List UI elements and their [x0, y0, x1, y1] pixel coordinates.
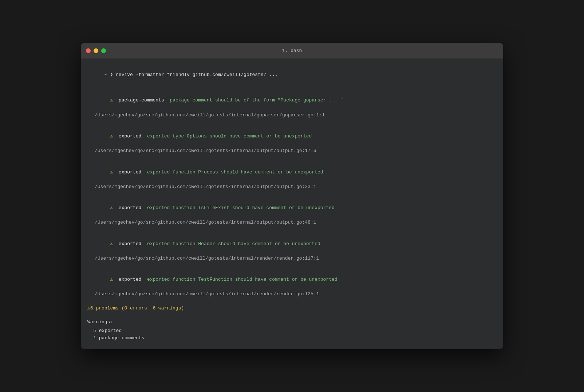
warn-icon-5: ⚠ — [110, 241, 118, 247]
command-text: revive -formatter friendly github.com/cw… — [116, 72, 278, 77]
warning-block-6: ⚠ exported exported function TestFunctio… — [87, 269, 497, 298]
warn-path-5: /Users/mgechev/go/src/github.com/cweill/… — [87, 255, 497, 262]
warn-path-3: /Users/mgechev/go/src/github.com/cweill/… — [87, 183, 497, 191]
warn-message-2: exported type Options should have commen… — [147, 133, 312, 139]
summary-line: ⚠6 problems (0 errors, 6 warnings) — [87, 305, 497, 312]
warn-line-4: ⚠ exported exported function IsFileExist… — [87, 197, 497, 219]
warn-line-1: ⚠ package-comments package comment shoul… — [87, 89, 497, 111]
close-button[interactable] — [86, 48, 91, 53]
warn-item-label-2: package-comments — [99, 335, 145, 342]
warning-block-2: ⚠ exported exported type Options should … — [87, 125, 497, 155]
terminal-window: 1. bash ~ ❯ revive -formatter friendly g… — [81, 43, 503, 349]
warn-label-4: exported — [119, 205, 147, 211]
warn-label-2: exported — [119, 133, 147, 139]
prompt-arrow: ❯ — [110, 72, 116, 77]
summary-count-text: 6 problems (0 errors, 6 warnings) — [90, 305, 184, 311]
warn-item-label-1: exported — [99, 327, 122, 335]
warn-line-3: ⚠ exported exported function Process sho… — [87, 161, 497, 183]
warn-line-5: ⚠ exported exported function Header shou… — [87, 233, 497, 255]
warning-block-4: ⚠ exported exported function IsFileExist… — [87, 197, 497, 227]
warn-message-5: exported function Header should have com… — [147, 241, 320, 247]
warning-block-3: ⚠ exported exported function Process sho… — [87, 161, 497, 191]
summary-text: ⚠6 problems (0 errors, 6 warnings) — [87, 305, 184, 311]
warnings-item-1: 5 exported — [87, 327, 497, 335]
warn-icon-4: ⚠ — [110, 205, 118, 211]
minimize-button[interactable] — [94, 48, 98, 53]
warn-message-3: exported function Process should have co… — [147, 169, 323, 175]
summary-icon: ⚠ — [87, 305, 90, 311]
warning-block-1: ⚠ package-comments package comment shoul… — [87, 89, 497, 119]
warn-line-6: ⚠ exported exported function TestFunctio… — [87, 269, 497, 291]
traffic-lights — [86, 48, 106, 53]
warn-path-6: /Users/mgechev/go/src/github.com/cweill/… — [87, 291, 497, 298]
warn-message-6: exported function TestFunction should ha… — [147, 277, 338, 282]
warn-label-1: package-comments — [119, 97, 170, 103]
warn-label-3: exported — [119, 169, 147, 175]
warn-icon-3: ⚠ — [110, 169, 118, 175]
maximize-button[interactable] — [101, 48, 106, 53]
warn-icon-2: ⚠ — [110, 133, 118, 139]
warn-path-1: /Users/mgechev/go/src/github.com/cweill/… — [87, 112, 497, 119]
warn-message-4: exported function IsFileExist should hav… — [147, 205, 335, 211]
command-line: ~ ❯ revive -formatter friendly github.co… — [87, 64, 497, 86]
warn-path-2: /Users/mgechev/go/src/github.com/cweill/… — [87, 147, 497, 155]
warn-label-6: exported — [119, 277, 147, 282]
warn-icon-1: ⚠ — [110, 97, 118, 103]
prompt-tilde: ~ — [104, 72, 110, 77]
warn-message-1: package comment should be of the form "P… — [170, 97, 343, 103]
warnings-header: Warnings: — [87, 319, 497, 326]
warning-block-5: ⚠ exported exported function Header shou… — [87, 233, 497, 262]
warn-path-4: /Users/mgechev/go/src/github.com/cweill/… — [87, 219, 497, 226]
terminal-body: ~ ❯ revive -formatter friendly github.co… — [81, 59, 503, 349]
warn-count-2: 1 — [93, 335, 96, 342]
window-title: 1. bash — [282, 48, 302, 53]
warn-icon-6: ⚠ — [110, 277, 118, 282]
titlebar: 1. bash — [81, 43, 503, 59]
warnings-item-2: 1 package-comments — [87, 335, 497, 342]
warn-line-2: ⚠ exported exported type Options should … — [87, 125, 497, 147]
warnings-section: Warnings: 5 exported 1 package-comments — [87, 319, 497, 342]
warn-label-5: exported — [119, 241, 147, 247]
warn-count-1: 5 — [93, 327, 96, 335]
